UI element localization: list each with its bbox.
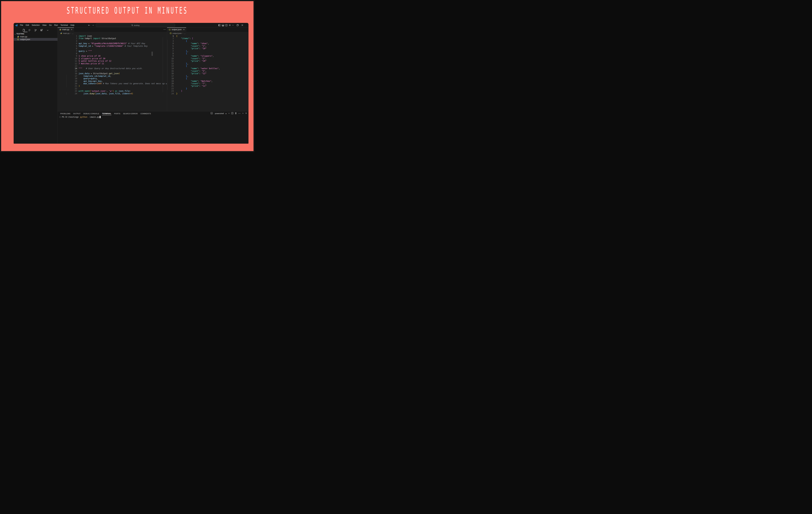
tab-mainpy[interactable]: main.py ✕	[58, 27, 74, 32]
menu-go[interactable]: Go	[48, 24, 53, 27]
line-number: 21	[167, 85, 176, 87]
editor-actions-icon[interactable]: ···	[164, 28, 166, 31]
close-tab-icon[interactable]: ✕	[71, 28, 72, 31]
code-line: 17 },	[167, 75, 248, 77]
command-decoration-icon	[59, 116, 61, 118]
breadcrumb-more: …	[72, 32, 74, 34]
split-terminal-icon[interactable]	[231, 112, 233, 115]
poster-title: STRUCTURED OUTPUT IN MINUTES	[0, 5, 255, 16]
extensions-icon[interactable]	[40, 28, 44, 32]
line-number: 23	[167, 90, 176, 92]
forward-arrow-icon[interactable]: →	[92, 24, 94, 26]
tab-debug-console[interactable]: DEBUG CONSOLE	[83, 113, 99, 115]
line-number: 6	[58, 47, 79, 50]
code-line: 16json_data = StructOutput.get_json(	[58, 72, 167, 75]
line-number: 15	[167, 70, 176, 72]
restore-icon[interactable]	[237, 24, 238, 26]
code-line: 8 {	[167, 52, 248, 55]
menu-file[interactable]: File	[19, 24, 24, 27]
toggle-sidebar-icon[interactable]	[218, 23, 221, 27]
code-line: 6	[58, 47, 167, 50]
tab-ports[interactable]: PORTS	[114, 113, 120, 115]
tab-output[interactable]: OUTPUT	[73, 113, 81, 115]
vscode-window: File Edit Selection View Go Run Terminal…	[14, 23, 248, 144]
code-line: 20 "count": "7",	[167, 82, 248, 85]
menu-terminal[interactable]: Terminal	[59, 24, 69, 27]
active-activity-indicator	[24, 32, 27, 32]
source-control-icon[interactable]	[34, 28, 38, 32]
search-input[interactable]: testing	[96, 24, 175, 27]
menu-run[interactable]: Run	[53, 24, 59, 27]
line-number: 16	[58, 72, 79, 75]
menu-selection[interactable]: Selection	[31, 24, 41, 27]
menu-help[interactable]: Help	[69, 24, 76, 27]
chevron-down-icon[interactable]	[46, 28, 50, 32]
tab-problems[interactable]: PROBLEMS	[60, 113, 70, 115]
line-number: 12	[58, 62, 79, 65]
tab-search-error[interactable]: SEARCH ERROR	[123, 113, 138, 115]
layout-controls	[218, 23, 231, 27]
menu-edit[interactable]: Edit	[25, 24, 30, 27]
back-arrow-icon[interactable]: ←	[88, 24, 90, 26]
code-line: 15	[58, 70, 167, 72]
tab-terminal[interactable]: TERMINAL	[102, 113, 111, 115]
python-file-icon	[60, 32, 62, 34]
line-number: 24	[167, 92, 176, 95]
file-row-mainpy[interactable]: main.py	[14, 35, 57, 38]
line-number: 11	[167, 60, 176, 62]
file-row-outputjson[interactable]: {} output.json	[14, 38, 57, 41]
editor-outputjson[interactable]: 1{2 "items": [3 {4 "name": "shoe",5 "cou…	[167, 35, 248, 111]
toggle-secondary-sidebar-icon[interactable]	[225, 23, 228, 27]
line-number: 16	[167, 72, 176, 75]
menu-view[interactable]: View	[41, 24, 48, 27]
workspace-header[interactable]: ⌄ TESTING	[14, 33, 24, 35]
activity-bar	[14, 28, 57, 32]
close-tab-icon[interactable]: ✕	[183, 28, 185, 31]
maximize-panel-chevron-icon[interactable]	[242, 112, 244, 115]
line-number: 7	[167, 50, 176, 52]
minimize-icon[interactable]	[232, 24, 234, 26]
search-activity-icon[interactable]	[28, 28, 32, 32]
new-terminal-icon[interactable]: +	[225, 112, 227, 115]
line-number: 15	[58, 70, 79, 72]
tab-outputjson[interactable]: {} output.json ✕	[167, 27, 186, 32]
explorer-icon[interactable]	[22, 28, 26, 32]
terminal-line[interactable]: PS D:\testing> python .\main.py	[59, 116, 101, 118]
scrollbar-thumb[interactable]	[151, 52, 153, 56]
line-number: 4	[58, 42, 79, 44]
line-number: 9	[58, 55, 79, 57]
tab-bar-right: {} output.json ✕ ···	[167, 27, 248, 32]
code-line: 5 "count": "1",	[167, 45, 248, 47]
launch-profile-chevron-icon[interactable]	[228, 112, 230, 115]
toggle-panel-icon[interactable]	[221, 23, 225, 27]
line-number: 18	[58, 77, 79, 80]
shell-name[interactable]: powershell	[215, 113, 224, 114]
close-panel-icon[interactable]	[245, 112, 247, 115]
bottom-panel: PROBLEMS OUTPUT DEBUG CONSOLE TERMINAL P…	[58, 111, 248, 144]
kill-terminal-icon[interactable]	[235, 112, 237, 115]
panel-more-actions-icon[interactable]: ···	[238, 112, 241, 115]
code-line: 21 "price": "11"	[167, 85, 248, 87]
close-icon[interactable]	[241, 24, 243, 26]
code-line: 18 query=query,	[58, 77, 167, 80]
line-number: 2	[58, 37, 79, 39]
breadcrumb-file: output.json	[172, 32, 181, 34]
code-line: 13 {	[167, 65, 248, 67]
line-number: 6	[167, 47, 176, 50]
indent-guide	[172, 42, 173, 87]
gear-icon[interactable]	[228, 23, 231, 27]
code-line: 12 },	[167, 62, 248, 65]
line-number: 5	[58, 45, 79, 47]
menu-bar: File Edit Selection View Go Run Terminal…	[15, 23, 76, 27]
python-file-icon	[17, 35, 19, 38]
breadcrumb[interactable]: main.py › …	[58, 32, 169, 35]
tab-bar-left: main.py ✕ ···	[58, 27, 167, 32]
tab-comments[interactable]: COMMENTS	[141, 113, 151, 115]
code-line: 9 "name": "slippers",	[167, 55, 248, 57]
code-line: 3	[58, 40, 167, 42]
breadcrumb[interactable]: {} output.json › …	[167, 32, 248, 35]
editor-mainpy[interactable]: 1import json2from temprl import StructOu…	[58, 35, 167, 111]
code-line: 15 "count": "5",	[167, 70, 248, 72]
json-file-icon: {}	[170, 32, 172, 34]
chevron-right-icon: ›	[182, 32, 183, 34]
